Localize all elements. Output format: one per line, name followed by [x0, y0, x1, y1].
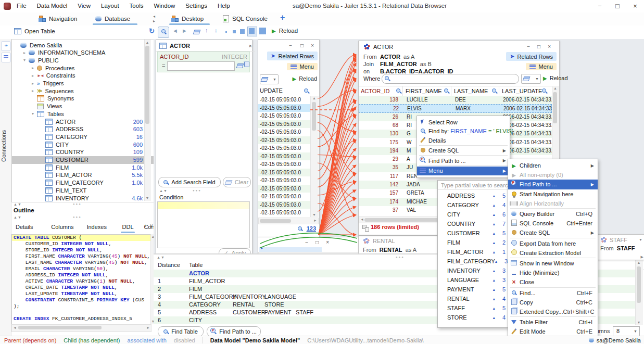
tables-popup-item-address[interactable]: ADDRESS▴5 [438, 191, 509, 200]
tree-item-public[interactable]: ▾PUBLIC [12, 56, 154, 64]
tables-popup-item-country[interactable]: COUNTRY▴7 [438, 219, 509, 228]
timestamp-row[interactable]: -02-15 05:05:03.0 [258, 112, 310, 120]
submenu-item-extended-copy-[interactable]: Extended Copy...Ctrl+Shift+C [508, 307, 598, 316]
menubar-item-data-model[interactable]: Data Model [32, 0, 73, 11]
menubar-item-window[interactable]: Window [148, 0, 180, 11]
tables-popup-item-rental[interactable]: RENTAL▴4 [438, 294, 509, 303]
timestamp-row[interactable]: -02-15 05:05:03.0 [258, 128, 310, 136]
where-erase-combo[interactable]: ▼ [260, 74, 279, 84]
connections-label[interactable]: Connections [1, 122, 10, 169]
tree-item-film_text[interactable]: FILM_TEXT [12, 186, 154, 194]
delete-field-button[interactable] [244, 62, 249, 68]
submenu-item-create-extraction-model[interactable]: Create Extraction Model [508, 248, 598, 258]
minimize-button[interactable]: − [591, 0, 609, 12]
menubar-item-view[interactable]: View [72, 0, 96, 11]
tree-item-country[interactable]: COUNTRY109 [12, 148, 154, 156]
tab-ddl[interactable]: DDL [122, 224, 134, 230]
clear-button[interactable]: Clear [223, 177, 251, 187]
collapse-icon[interactable]: ▼ [639, 238, 642, 241]
tree-item-inventory[interactable]: INVENTORY4.6k [12, 194, 154, 202]
back-button[interactable]: ◄ [172, 28, 178, 34]
table-search-input[interactable]: Type partial value to search [438, 181, 509, 190]
where-input[interactable] [382, 74, 519, 84]
tab-indexes[interactable]: Indexes [86, 224, 107, 230]
submenu-item-sql-console[interactable]: SQL ConsoleCtrl+Enter [508, 219, 598, 228]
submenu-item-export-data-from-here[interactable]: Export Data from here [508, 239, 598, 248]
tables-popup-item-language[interactable]: LANGUAGE▴3 [438, 275, 509, 285]
column-header-last_update[interactable]: LAST_UPDATE [502, 88, 542, 94]
outline-splitter-grip[interactable]: ●●● [73, 215, 82, 219]
tree-item-category[interactable]: CATEGORY16 [12, 133, 154, 141]
submenu-item-edit-mode[interactable]: Edit ModeCtrl+E [508, 327, 598, 336]
minimize-icon[interactable]: − [527, 44, 530, 49]
menu-item-menu[interactable]: Menu▶ [417, 167, 510, 176]
timestamp-row[interactable]: -02-15 05:05:03.0 [258, 176, 310, 185]
reload-button[interactable]: ▶Reload [543, 75, 568, 81]
timestamp-row[interactable]: -02-15 05:05:03.0 [258, 96, 310, 104]
related-rows-button[interactable]: ➤Related Rows [267, 52, 318, 60]
tables-popup-item-film[interactable]: FILM▴2 [438, 238, 509, 247]
related-rows-button[interactable]: ➤Related Rows [506, 52, 557, 61]
reload-button[interactable]: ▶Reload [292, 75, 317, 82]
condition-editor[interactable] [157, 201, 250, 248]
submenu-item-hide-minimize-[interactable]: Hide (Minimize) [508, 268, 598, 277]
timestamp-row[interactable]: -02-15 05:05:03.0 [258, 201, 310, 209]
closure-splitter-grip[interactable]: ●●● [396, 256, 405, 259]
menubar-item-layout[interactable]: Layout [96, 0, 124, 11]
splitter-collapse-arrows[interactable]: ▲▼ [14, 202, 22, 206]
tables-popup-item-city[interactable]: CITY▴6 [438, 210, 509, 219]
submenu-item-children[interactable]: ▶Children▶ [508, 161, 598, 170]
tree-item-actor[interactable]: ACTOR200 [12, 118, 154, 125]
list-panel-button[interactable] [1, 53, 11, 62]
submenu-item-create-sql[interactable]: Create SQL▶ [508, 228, 598, 237]
tree-item-triggers[interactable]: ▸»Triggers [12, 80, 154, 87]
submenu-item-find-[interactable]: Find...Ctrl+F [508, 288, 598, 298]
restore-button[interactable]: □ [609, 0, 626, 12]
zoom-search-button[interactable] [158, 27, 169, 38]
move-down-button[interactable]: ↓ [214, 27, 218, 33]
ddl-code[interactable]: CREATE TABLE CUSTOMER ( CUSTOMER_ID INTE… [11, 234, 151, 325]
erase-field-button[interactable] [237, 63, 243, 69]
tab-desktop[interactable]: Desktop [172, 14, 204, 24]
tree-item-synonyms[interactable]: Synonyms [12, 95, 154, 103]
table-row[interactable]: 138LUCILLEDEE2006-02-15 04:34:33. [359, 96, 552, 104]
zoom-level-3-button[interactable] [240, 29, 245, 34]
zoom-level-5-button[interactable] [259, 28, 266, 34]
find-table-button[interactable]: Find Table [158, 326, 204, 336]
tree-item-city[interactable]: CITY600 [12, 141, 154, 148]
tree-item-information_schema[interactable]: ▸INFORMATION_SCHEMA [12, 49, 154, 57]
scroll-right-icon[interactable]: ▶ [641, 255, 643, 259]
submenu-item-copy[interactable]: CopyCtrl+C [508, 298, 598, 307]
timestamp-row[interactable]: -02-15 05:05:03.0 [258, 144, 310, 152]
table-row[interactable]: 22ELVISMARX2006-02-15 04:34:33. [359, 104, 552, 112]
tab-database[interactable]: Database [95, 14, 130, 24]
menubar-item-help[interactable]: Help [212, 0, 235, 11]
tabs-dropdown-icon[interactable]: ∨ [149, 223, 153, 228]
column-search-icon[interactable] [542, 88, 547, 93]
column-header-first_name[interactable]: FIRST_NAME [406, 88, 442, 94]
menu-item-details[interactable]: Details [417, 136, 510, 145]
menu-item-create-sql[interactable]: Create SQL▶ [417, 146, 510, 156]
menu-button[interactable]: Menu [526, 63, 557, 70]
mid-table-header[interactable]: UPDATE [258, 86, 319, 96]
timestamp-row[interactable]: -02-15 05:05:03.0 [258, 193, 310, 201]
minimize-icon[interactable]: − [305, 239, 308, 245]
ddl-hscrollbar[interactable]: ◄ ► [11, 324, 151, 332]
submenu-item-query-builder[interactable]: Query BuilderCtrl+Q [508, 209, 598, 219]
tree-item-tables[interactable]: ▾Tables [12, 110, 154, 118]
timestamp-row[interactable]: -02-15 05:05:03.0 [258, 169, 310, 177]
submenu-item-find-path-to-[interactable]: Find Path to ...▶ [508, 180, 598, 189]
tables-popup-item-category[interactable]: CATEGORY▴4 [438, 200, 509, 210]
connections-panel-button[interactable]: ⚭ [1, 41, 11, 51]
column-header-actor_id[interactable]: ACTOR_ID [361, 88, 389, 94]
tables-popup-item-customer[interactable]: CUSTOMER▴5 [438, 228, 509, 238]
column-header-table[interactable]: Table [189, 262, 203, 268]
operator-label[interactable]: = [162, 62, 165, 69]
tables-popup-item-staff[interactable]: STAFF▴5 [438, 303, 509, 313]
tree-item-views[interactable]: Views [12, 103, 154, 110]
forward-button[interactable]: ► [182, 28, 187, 34]
maximize-icon[interactable]: □ [300, 43, 304, 48]
column-search-icon[interactable] [492, 88, 497, 93]
tables-popup-item-inventory[interactable]: INVENTORY▴3 [438, 266, 509, 275]
outline-splitter-arrows[interactable]: ▲▼ [14, 215, 22, 219]
